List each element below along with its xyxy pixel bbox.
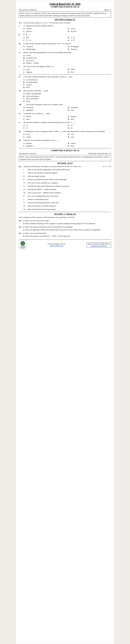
question-i: i. 2's complement of binary number 11000… bbox=[19, 24, 111, 33]
footer-email[interactable]: admin@talabilm.com bbox=[48, 245, 65, 247]
question-iii: iii. In which of the flowchart symbols, … bbox=[19, 42, 111, 50]
q1-text: Circle the correct option i.e. A / B / C… bbox=[23, 22, 111, 24]
q-vi-row: vi. A list of like variables identified … bbox=[19, 76, 111, 78]
q2-text: Attempt any NINE parts. The answer to ea… bbox=[23, 165, 111, 168]
footer-feedback: For help, feedback email us: bbox=[48, 243, 65, 245]
meta-row: Time allowed: 20 Minutes Marks: 12 bbox=[19, 9, 111, 11]
q-ii-num: ii. bbox=[19, 33, 22, 36]
question-vi: vi. A list of like variables identified … bbox=[19, 76, 111, 89]
option-viii-b: B.commands bbox=[68, 106, 111, 109]
option-ix-a: A.indirect bbox=[23, 115, 67, 118]
section-b-title: COMPUTER SCIENCE SSC-II bbox=[19, 150, 111, 152]
q-iv-row: iv. Which of the following statements ca… bbox=[19, 51, 111, 54]
q-xii-text: A flowchart is a pictorial representatio… bbox=[23, 139, 111, 142]
q5-num: Q.5 bbox=[19, 232, 22, 234]
q-viii-text: ___ are the part of program, which run i… bbox=[23, 103, 111, 106]
question-vii: vii. Basic executes in both the ___ mode… bbox=[19, 90, 111, 102]
q-ix-options: A.indirect B.program C.direct D.DOS bbox=[23, 115, 111, 120]
option-ii-d: D.A / B bbox=[68, 39, 111, 42]
question-iv: iv. Which of the following statements ca… bbox=[19, 51, 111, 64]
q-vii-row: vii. Basic executes in both the ___ mode… bbox=[19, 90, 111, 92]
q-i-row: i. 2's complement of binary number 11000… bbox=[19, 24, 111, 27]
q-ii-text: A + B = ? bbox=[23, 33, 111, 36]
option-v-d: D.Red bbox=[68, 71, 111, 74]
list-item: ii.What are the postulates of Boolean al… bbox=[23, 171, 111, 174]
time-allowed: Time allowed: 20 Minutes bbox=[19, 9, 37, 11]
q5-b-text: b. What is the purpose and syntax of IF … bbox=[23, 235, 111, 238]
footer-contact: For help, feedback email us: admin@talab… bbox=[48, 243, 65, 247]
option-iv-a: A.GOTO bbox=[23, 54, 111, 57]
q-viii-options: A.statements B.commands C.algorithms D.N… bbox=[23, 106, 111, 112]
option-i-c: C.0011011 . bbox=[23, 30, 67, 33]
option-v-a: A.Cyan bbox=[23, 68, 67, 71]
option-xii-c: C.algorithm bbox=[23, 144, 67, 147]
marks: Marks: 12 bbox=[104, 9, 111, 11]
divider-1 bbox=[19, 74, 111, 74]
option-x-d: D.00 bbox=[68, 127, 111, 129]
exam-subtitle: COMPUTER SCIENCE SSC-II bbox=[19, 6, 111, 8]
option-ix-b: B.program bbox=[68, 115, 111, 118]
question-ii: ii. A + B = ? A.A.B B.A + B C.A — B D.A … bbox=[19, 33, 111, 42]
q-x-text: The maximum number of variables accepted… bbox=[23, 121, 111, 124]
list-item: iii.Describe number systems. bbox=[23, 175, 111, 178]
option-xii-a: A.program bbox=[23, 142, 67, 144]
list-item: i.What are the function subprograms? Als… bbox=[23, 168, 111, 171]
q2-num: Q.2 bbox=[19, 165, 22, 168]
question-xii: xii. A flowchart is a pictorial represen… bbox=[19, 139, 111, 147]
list-item: xiii.Illustrate the theorems of Boolean … bbox=[23, 208, 111, 211]
q-vi-num: vi. bbox=[19, 76, 22, 78]
section-b-note: NOTE: Answer all the questions from Sect… bbox=[19, 155, 111, 161]
section-a-heading: SECTION-A (Marks 12) bbox=[19, 18, 111, 21]
q4-a-text: a. What is the purpose and syntax of the… bbox=[23, 226, 111, 228]
q-v-options: A.Cyan B.White C.Magenta D.Red bbox=[23, 68, 111, 73]
q-ii-options: A.A.B B.A + B C.A — B D.A / B bbox=[23, 36, 111, 42]
q-ix-num: ix. bbox=[19, 112, 22, 115]
q-iii-options: A.Connector B.Rectangular C.Parallelogra… bbox=[23, 45, 111, 50]
list-item: iv.Define user-defined functions. What a… bbox=[23, 178, 111, 181]
q3-a-row: Q.3 a. What is an error? Describe its ty… bbox=[19, 220, 111, 222]
option-xi-b: B.once bbox=[68, 133, 111, 136]
section-b-meta: Time allowed: 2:40 Hours Total Marks Sec… bbox=[19, 152, 111, 154]
option-xi-a: A.twice bbox=[23, 133, 67, 136]
option-iii-a: A.Connector bbox=[23, 45, 67, 48]
q3-b-spacer bbox=[19, 222, 22, 225]
exam-page: Federal Board SSC-II, 2016 COMPUTER SCIE… bbox=[16, 0, 114, 644]
q-vi-options: A.two dimensional B.one dimensional C.va… bbox=[23, 78, 111, 89]
section-c-note: Note: Attempt any TWO questions. All the… bbox=[19, 216, 111, 218]
option-ii-c: C.A — B bbox=[23, 39, 67, 42]
list-item: v½.How can we solve a problem on a compu… bbox=[23, 181, 111, 184]
q-v-row: v. The color of code 2 belonging to pale… bbox=[19, 65, 111, 68]
q-viii-num: viii. bbox=[19, 103, 22, 106]
footer-send-label: Send your papers and help others at bbox=[88, 243, 110, 245]
q4-num: Q.4 bbox=[19, 226, 22, 228]
q5-b-row: b. What is the purpose and syntax of IF … bbox=[19, 235, 111, 238]
q-i-num: i. bbox=[19, 24, 22, 27]
q-vii-options: A.indirect and algorithm B.direct and pr… bbox=[23, 92, 111, 102]
section-a-note: NOTE: Section-A is compulsory. All parts… bbox=[19, 12, 111, 18]
q4-a-row: Q.4 a. What is the purpose and syntax of… bbox=[19, 226, 111, 228]
q-viii-row: viii. ___ are the part of program, which… bbox=[19, 103, 111, 106]
q3-a-text: a. What is an error? Describe its types. bbox=[23, 220, 111, 222]
question-xi: xi. A subprogram is a part of a program … bbox=[19, 130, 111, 138]
option-i-d: D.0011110 bbox=[68, 30, 111, 33]
exam-title: Federal Board SSC-II, 2016 bbox=[19, 2, 111, 6]
question-x: x. The maximum number of variables accep… bbox=[19, 121, 111, 129]
q-iii-row: iii. In which of the flowchart symbols, … bbox=[19, 42, 111, 45]
section-b-time: Time allowed: 2:40 Hours bbox=[19, 152, 36, 154]
option-ii-a: A.A.B bbox=[23, 36, 67, 39]
q-v-text: The color of code 2 belonging to palette… bbox=[23, 65, 111, 68]
option-viii-a: A.statements bbox=[23, 106, 67, 109]
option-xii-d: D.None bbox=[68, 144, 111, 147]
q-vii-text: Basic executes in both the ___ mode. bbox=[23, 90, 111, 92]
option-x-b: B.10 bbox=[68, 124, 111, 127]
logo-box: T Talabilm Talabilm bbox=[19, 240, 27, 250]
footer-send-url[interactable]: talabilm.com/send-papers bbox=[88, 245, 110, 247]
logo-text: T bbox=[22, 242, 23, 244]
option-ix-d: D.DOS bbox=[68, 118, 111, 120]
q4-b-row: b. What is an algorithm? What are the ch… bbox=[19, 228, 111, 231]
section-b-heading: SECTION - B (27) bbox=[19, 162, 111, 164]
page-footer: T Talabilm Talabilm For help, feedback e… bbox=[19, 240, 111, 250]
q-xi-text: A subprogram is a part of a program whic… bbox=[23, 130, 111, 133]
q-vi-text: A list of like variables identified by t… bbox=[23, 76, 111, 78]
logo-circle: T bbox=[20, 241, 25, 246]
